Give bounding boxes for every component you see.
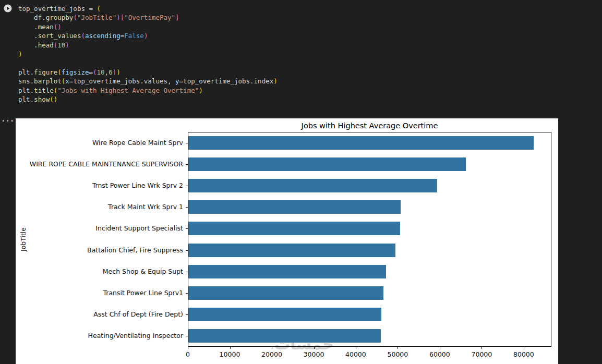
code-token: show <box>34 95 50 103</box>
bar <box>188 136 534 150</box>
x-tick-label: 60000 <box>422 350 458 358</box>
code-token: "OvertimePay" <box>124 14 175 21</box>
code-token: ) <box>116 14 121 21</box>
code-token: x <box>65 77 69 85</box>
code-token: ( <box>73 14 77 21</box>
code-token: 6 <box>109 68 113 76</box>
code-line: .sort_values(ascending=False) <box>18 31 278 40</box>
code-token: "Jobs with Highest Average Overtime" <box>57 87 199 94</box>
code-line: plt.title("Jobs with Highest Average Ove… <box>18 86 278 95</box>
bar <box>188 286 383 300</box>
play-icon <box>4 4 12 13</box>
bar <box>188 308 381 321</box>
code-line: sns.barplot(x=top_overtime_jobs.values, … <box>18 77 278 86</box>
code-token: plt. <box>18 87 34 94</box>
code-token: False <box>124 32 144 40</box>
code-editor[interactable]: top_overtime_jobs = ( df.groupby("JobTit… <box>18 4 278 104</box>
x-tick-mark <box>356 347 356 349</box>
code-line: df.groupby("JobTitle")["OvertimePay"] <box>18 13 278 22</box>
x-tick-mark <box>230 347 231 349</box>
code-token: y <box>175 77 179 85</box>
x-tick-label: 50000 <box>379 350 416 358</box>
code-line: ) <box>18 50 278 58</box>
code-token: ascending <box>85 32 121 40</box>
run-cell-button[interactable] <box>4 4 12 13</box>
code-token: figure <box>34 68 57 76</box>
code-token: ) <box>65 41 69 49</box>
y-tick-mark <box>186 207 188 208</box>
code-token: head <box>38 41 54 49</box>
y-tick-label: Mech Shop & Equip Supt <box>103 268 183 275</box>
x-tick-mark <box>398 347 398 349</box>
code-token: =top_overtime_jobs.values, <box>69 77 175 85</box>
y-tick-mark <box>186 336 188 336</box>
code-token: . <box>18 32 38 40</box>
y-tick-mark <box>186 186 188 186</box>
bar <box>188 200 401 214</box>
y-tick-label: Asst Chf of Dept (Fire Dept) <box>93 310 183 318</box>
code-token: figsize <box>62 68 89 76</box>
x-tick-label: 0 <box>170 350 206 358</box>
code-token: ) <box>18 50 22 58</box>
code-token: groupby <box>46 14 74 21</box>
y-tick-label: Incident Support Specialist <box>95 224 183 232</box>
bar <box>188 157 466 171</box>
y-tick-label: Wire Rope Cable Maint Sprv <box>92 139 183 147</box>
code-token: ) <box>273 77 278 85</box>
y-tick-label: Battalion Chief, Fire Suppress <box>87 246 183 254</box>
y-axis-label: JobTitle <box>19 227 27 251</box>
code-token: . <box>18 41 38 49</box>
y-tick-mark <box>186 293 188 294</box>
x-tick-label: 70000 <box>463 350 500 358</box>
y-tick-label: Trnst Power Line Wrk Sprv 2 <box>92 181 183 189</box>
bar <box>188 244 395 257</box>
code-token: ) <box>199 87 203 94</box>
code-token: ) <box>144 32 148 40</box>
code-token: barplot <box>34 77 62 85</box>
code-token: ] <box>175 14 179 21</box>
y-tick-mark <box>186 164 188 165</box>
code-token: plt. <box>18 95 34 103</box>
x-tick-label: 20000 <box>254 350 290 358</box>
chart-figure-output: Jobs with Highest Average Overtime JobTi… <box>16 118 558 364</box>
y-tick-mark <box>186 143 188 143</box>
chart-title: Jobs with Highest Average Overtime <box>188 122 551 130</box>
code-token: ) <box>116 68 121 76</box>
code-line: .head(10) <box>18 41 278 50</box>
cell-actions-ellipsis[interactable]: ... <box>1 115 14 123</box>
code-token: , <box>105 68 109 76</box>
y-tick-label: WIRE ROPE CABLE MAINTENANCE SUPERVISOR <box>30 160 183 168</box>
y-tick-mark <box>186 314 188 315</box>
code-token: ( <box>57 68 62 76</box>
code-token: = <box>89 68 93 76</box>
y-tick-mark <box>186 272 188 272</box>
x-tick-label: 10000 <box>212 350 248 358</box>
bar <box>188 222 400 235</box>
code-token: . <box>18 23 38 31</box>
code-token: =top_overtime_jobs.index <box>179 77 274 85</box>
x-tick-mark <box>314 347 315 349</box>
code-token: () <box>54 23 62 31</box>
x-tick-label: 30000 <box>296 350 332 358</box>
code-line: plt.show() <box>18 95 278 104</box>
x-tick-mark <box>440 347 440 349</box>
code-token: sns. <box>18 77 34 85</box>
code-token: title <box>34 87 54 94</box>
code-line: top_overtime_jobs = ( <box>18 4 278 13</box>
code-token: sort_values <box>38 32 81 40</box>
code-line: plt.figure(figsize=(10,6)) <box>18 68 278 77</box>
code-line <box>18 58 278 67</box>
x-tick-mark <box>481 347 482 349</box>
code-token: df. <box>18 14 46 21</box>
code-line: .mean() <box>18 22 278 31</box>
code-token: ( <box>81 32 85 40</box>
x-tick-mark <box>272 347 272 349</box>
x-tick-mark <box>188 347 188 349</box>
code-token: "JobTitle" <box>77 14 116 21</box>
bar <box>188 265 386 278</box>
code-token: 10 <box>57 41 65 49</box>
bar <box>188 329 381 343</box>
code-token: ( <box>97 5 101 13</box>
y-tick-label: Heating/Ventilating Inspector <box>88 332 183 339</box>
bar <box>188 179 437 192</box>
